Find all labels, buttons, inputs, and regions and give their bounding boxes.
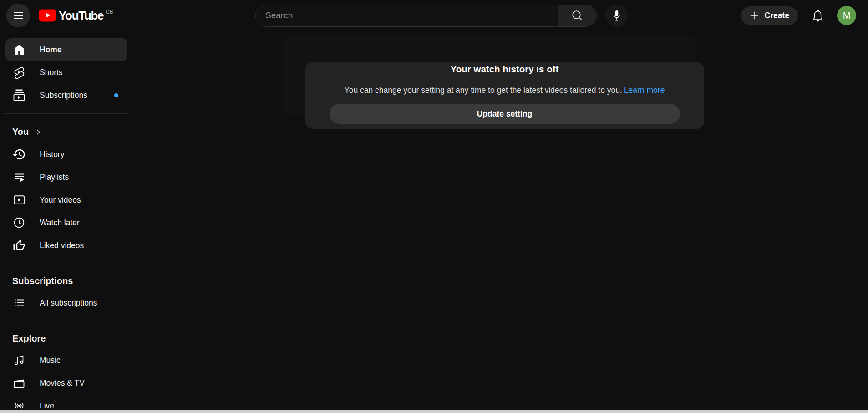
chevron-right-icon: [33, 127, 43, 137]
explore-section-title: Explore: [0, 328, 133, 349]
sidebar-item-your-videos[interactable]: Your videos: [5, 189, 127, 211]
sidebar-item-shorts[interactable]: Shorts: [5, 61, 127, 84]
avatar[interactable]: M: [837, 6, 856, 25]
history-icon: [12, 148, 26, 161]
update-setting-button[interactable]: Update setting: [330, 104, 680, 124]
topbar-right: Create M: [741, 0, 856, 31]
search-input[interactable]: [256, 5, 558, 26]
mic-icon: [610, 9, 624, 22]
sidebar-item-label: Movies & TV: [40, 378, 85, 388]
sidebar-divider: [5, 113, 127, 114]
sidebar-item-subscriptions[interactable]: Subscriptions: [5, 84, 127, 107]
youtube-wordmark: YouTube: [59, 8, 103, 23]
subscriptions-section-title: Subscriptions: [0, 270, 133, 291]
sidebar-item-label: Your videos: [40, 195, 81, 205]
sidebar-item-label: Home: [40, 45, 62, 55]
create-label: Create: [765, 11, 789, 20]
menu-button[interactable]: [6, 4, 30, 27]
sidebar-item-label: Shorts: [40, 68, 63, 77]
plus-icon: [748, 9, 761, 22]
bell-icon: [811, 9, 825, 23]
search-box: [255, 5, 597, 27]
liked-videos-icon: [12, 239, 26, 252]
learn-more-link[interactable]: Learn more: [624, 86, 665, 95]
watch-history-banner: Your watch history is off You can change…: [305, 62, 704, 129]
hamburger-icon: [11, 9, 25, 22]
banner-message: You can change your setting at any time …: [305, 86, 704, 95]
sidebar-item-label: Liked videos: [40, 241, 84, 250]
sidebar-item-label: History: [40, 150, 64, 159]
you-section-title: You: [12, 127, 29, 137]
sidebar-item-music[interactable]: Music: [5, 349, 127, 372]
banner-message-text: You can change your setting at any time …: [345, 86, 622, 95]
topbar-center: [255, 4, 628, 27]
sidebar-item-label: All subscriptions: [40, 298, 97, 308]
country-code: GB: [106, 9, 113, 15]
sidebar-item-home[interactable]: Home: [5, 38, 127, 61]
create-button[interactable]: Create: [741, 6, 798, 25]
youtube-play-icon: [38, 9, 56, 22]
banner-title: Your watch history is off: [305, 64, 704, 75]
sidebar-item-liked-videos[interactable]: Liked videos: [5, 234, 127, 257]
shorts-icon: [12, 66, 26, 79]
sidebar-divider: [5, 321, 127, 321]
mic-button[interactable]: [605, 4, 628, 27]
sidebar-item-history[interactable]: History: [5, 143, 127, 166]
sidebar-divider: [5, 264, 127, 264]
sidebar-item-all-subscriptions[interactable]: All subscriptions: [5, 291, 127, 314]
sidebar-item-label: Subscriptions: [40, 91, 87, 100]
all-subscriptions-icon: [12, 296, 26, 310]
sidebar: Home Shorts Subscriptions You History Pl…: [0, 31, 133, 413]
music-icon: [12, 353, 26, 367]
sidebar-item-movies-tv[interactable]: Movies & TV: [5, 372, 127, 394]
sidebar-section-you[interactable]: You: [5, 120, 127, 143]
subscriptions-icon: [12, 88, 26, 102]
youtube-logo[interactable]: YouTube GB: [38, 8, 113, 23]
home-icon: [12, 43, 26, 56]
top-bar: YouTube GB Create: [0, 0, 868, 31]
movies-tv-icon: [12, 376, 26, 390]
search-button[interactable]: [558, 5, 596, 26]
sidebar-item-label: Music: [40, 356, 61, 365]
watch-later-icon: [12, 216, 26, 229]
sidebar-item-playlists[interactable]: Playlists: [5, 166, 127, 189]
sidebar-item-label: Playlists: [40, 173, 69, 182]
topbar-left: YouTube GB: [0, 4, 113, 27]
playlists-icon: [12, 170, 26, 184]
your-videos-icon: [12, 193, 26, 207]
sidebar-item-watch-later[interactable]: Watch later: [5, 211, 127, 234]
notifications-button[interactable]: [808, 6, 827, 25]
avatar-initial: M: [843, 10, 851, 21]
sidebar-item-label: Live: [40, 401, 54, 411]
sidebar-item-label: Watch later: [40, 218, 80, 228]
search-icon: [570, 9, 584, 22]
notification-dot: [114, 93, 118, 97]
bottom-edge-strip: [0, 410, 868, 413]
